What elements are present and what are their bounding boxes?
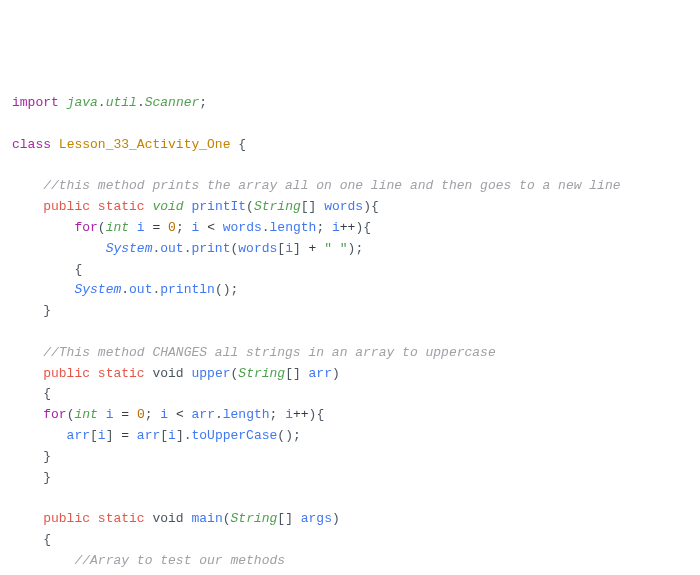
rparen: ) (285, 428, 293, 443)
num-zero: 0 (168, 220, 176, 235)
semi: ; (316, 220, 324, 235)
lbracket: [ (160, 428, 168, 443)
brace: } (43, 303, 51, 318)
str-space: " " (324, 241, 347, 256)
brackets: [] (277, 511, 293, 526)
param-arr: arr (309, 366, 332, 381)
lparen: ( (277, 428, 285, 443)
var-i: i (285, 407, 293, 422)
brace: } (43, 470, 51, 485)
param-args: args (301, 511, 332, 526)
param-words: words (324, 199, 363, 214)
num-zero: 0 (137, 407, 145, 422)
dot: . (121, 282, 129, 297)
var-words: words (223, 220, 262, 235)
class-scanner: Scanner (145, 95, 200, 110)
kw-for: for (43, 407, 66, 422)
brace: { (43, 532, 51, 547)
var-i: i (137, 220, 145, 235)
eq: = (113, 407, 136, 422)
brace: { (74, 262, 82, 277)
type-int: int (106, 220, 129, 235)
brace: { (230, 137, 246, 152)
var-arr: arr (137, 428, 160, 443)
var-i: i (285, 241, 293, 256)
rparen: ) (332, 366, 340, 381)
brace: } (43, 449, 51, 464)
method-upper: upper (192, 366, 231, 381)
dot: . (137, 95, 145, 110)
type-string: String (238, 366, 285, 381)
brackets: [] (301, 199, 317, 214)
method-printit: printIt (192, 199, 247, 214)
eq: = (145, 220, 168, 235)
method-main: main (192, 511, 223, 526)
field-out: out (160, 241, 183, 256)
inc: ++ (340, 220, 356, 235)
kw-for: for (74, 220, 97, 235)
lt: < (199, 220, 222, 235)
type-int: int (74, 407, 97, 422)
brace: { (363, 220, 371, 235)
var-arr: arr (67, 428, 90, 443)
kw-public: public (43, 511, 90, 526)
dot: . (184, 428, 192, 443)
dot: . (98, 95, 106, 110)
brace: { (371, 199, 379, 214)
rparen: ) (332, 511, 340, 526)
semi: ; (145, 407, 153, 422)
var-i: i (332, 220, 340, 235)
semi: ; (176, 220, 184, 235)
pkg-java: java (67, 95, 98, 110)
class-system: System (106, 241, 153, 256)
method-println: println (160, 282, 215, 297)
var-words: words (238, 241, 277, 256)
brace: { (316, 407, 324, 422)
class-name: Lesson_33_Activity_One (59, 137, 231, 152)
kw-public: public (43, 199, 90, 214)
comment: //Array to test our methods (74, 553, 285, 568)
prop-length: length (270, 220, 317, 235)
eq: = (113, 428, 136, 443)
semi: ; (231, 282, 239, 297)
var-i: i (160, 407, 168, 422)
inc: ++ (293, 407, 309, 422)
class-system: System (74, 282, 121, 297)
comment: //this method prints the array all on on… (43, 178, 620, 193)
field-out: out (129, 282, 152, 297)
rparen: ) (363, 199, 371, 214)
prop-length: length (223, 407, 270, 422)
semi: ; (270, 407, 278, 422)
type-string: String (254, 199, 301, 214)
lparen: ( (246, 199, 254, 214)
semi: ; (293, 428, 301, 443)
lparen: ( (223, 511, 231, 526)
kw-void: void (152, 366, 183, 381)
kw-static: static (98, 366, 145, 381)
var-arr: arr (192, 407, 215, 422)
comment: //This method CHANGES all strings in an … (43, 345, 495, 360)
semicolon: ; (199, 95, 207, 110)
brace: { (43, 386, 51, 401)
lt: < (168, 407, 191, 422)
lbracket: [ (90, 428, 98, 443)
kw-void: void (152, 511, 183, 526)
rbracket: ] (293, 241, 301, 256)
rparen: ) (223, 282, 231, 297)
kw-public: public (43, 366, 90, 381)
rbracket: ] (176, 428, 184, 443)
var-i: i (98, 428, 106, 443)
pkg-util: util (106, 95, 137, 110)
kw-void: void (152, 199, 183, 214)
method-print: print (191, 241, 230, 256)
kw-import: import (12, 95, 59, 110)
dot: . (215, 407, 223, 422)
dot: . (262, 220, 270, 235)
brackets: [] (285, 366, 301, 381)
kw-static: static (98, 511, 145, 526)
var-i: i (168, 428, 176, 443)
kw-static: static (98, 199, 145, 214)
method-touppercase: toUpperCase (192, 428, 278, 443)
lbracket: [ (277, 241, 285, 256)
code-block: import java.util.Scanner; class Lesson_3… (12, 93, 688, 575)
